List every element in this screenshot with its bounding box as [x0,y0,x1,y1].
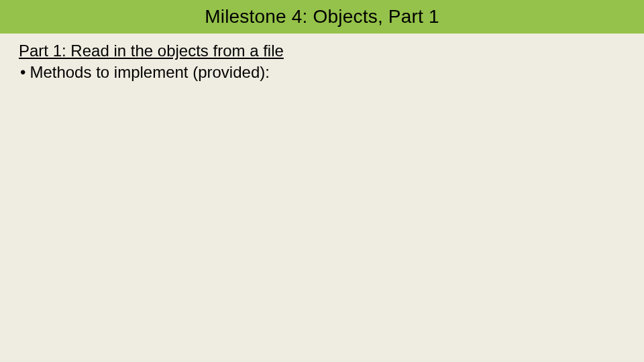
slide-body: Part 1: Read in the objects from a file … [0,34,644,84]
bullet-icon: • [20,62,25,83]
slide-title: Milestone 4: Objects, Part 1 [205,6,439,27]
section-subheading: Part 1: Read in the objects from a file [19,40,625,62]
bullet-text: Methods to implement (provided): [30,62,270,83]
bullet-item: • Methods to implement (provided): [19,62,625,83]
slide-title-bar: Milestone 4: Objects, Part 1 [0,0,644,34]
